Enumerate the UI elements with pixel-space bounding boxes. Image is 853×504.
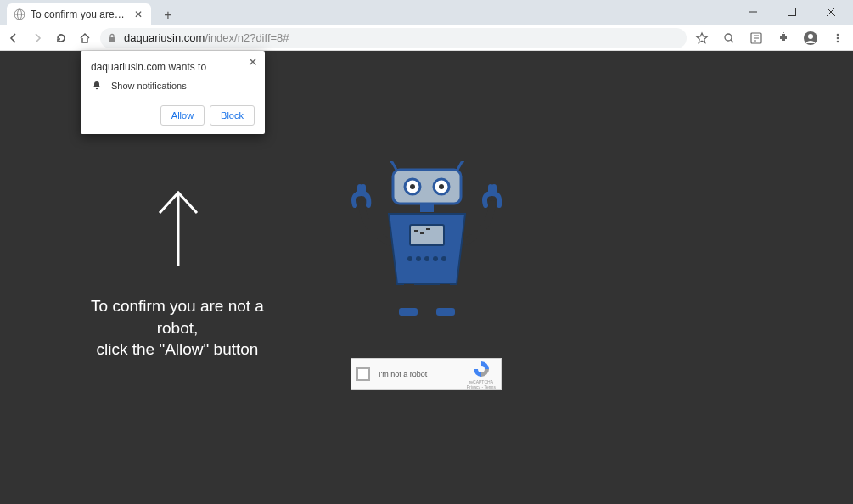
svg-rect-29 (420, 204, 434, 212)
svg-point-24 (439, 184, 444, 189)
home-button[interactable] (76, 30, 93, 47)
extensions-icon[interactable] (775, 30, 792, 47)
reader-mode-icon[interactable] (748, 30, 765, 47)
svg-rect-20 (393, 170, 461, 204)
notification-permission-popup: ✕ daquariusin.com wants to Show notifica… (81, 51, 265, 134)
back-button[interactable] (5, 30, 22, 47)
address-bar[interactable]: daquariusin.com/index/n2?diff=8# (100, 28, 687, 48)
svg-point-15 (808, 34, 813, 39)
popup-buttons: Allow Block (91, 105, 255, 126)
svg-point-38 (441, 256, 446, 261)
recaptcha-checkbox[interactable] (356, 367, 370, 381)
close-window-button[interactable] (819, 0, 843, 24)
svg-point-35 (416, 256, 421, 261)
browser-tab[interactable]: To confirm you are not a robot, c ✕ (7, 3, 151, 25)
allow-button[interactable]: Allow (160, 105, 205, 126)
lock-icon (105, 31, 119, 45)
svg-line-27 (457, 162, 462, 170)
svg-rect-7 (109, 37, 115, 42)
bookmark-star-icon[interactable] (693, 30, 710, 47)
svg-rect-42 (436, 308, 455, 316)
popup-close-button[interactable]: ✕ (248, 55, 258, 69)
forward-button[interactable] (29, 30, 46, 47)
profile-icon[interactable] (802, 30, 819, 47)
svg-rect-39 (404, 284, 414, 308)
recaptcha-widget[interactable]: I'm not a robot reCAPTCHA Privacy - Term… (351, 358, 502, 390)
tab-bar: To confirm you are not a robot, c ✕ + (0, 0, 853, 25)
block-button[interactable]: Block (210, 105, 255, 126)
svg-rect-40 (399, 308, 418, 316)
tab-close-button[interactable]: ✕ (132, 8, 144, 20)
svg-point-36 (424, 256, 429, 261)
up-arrow-icon (154, 189, 202, 267)
svg-point-16 (837, 33, 839, 36)
url-text: daquariusin.com/index/n2?diff=8# (124, 31, 289, 44)
svg-point-8 (725, 34, 732, 41)
menu-icon[interactable] (829, 30, 846, 47)
svg-point-18 (837, 40, 839, 42)
reload-button[interactable] (53, 30, 70, 47)
window-controls (741, 0, 853, 24)
instruction-text: To confirm you are not a robot, click th… (81, 295, 273, 361)
new-tab-button[interactable]: + (158, 5, 178, 25)
svg-rect-1 (788, 8, 796, 16)
maximize-button[interactable] (780, 0, 804, 24)
svg-point-17 (837, 36, 839, 39)
recaptcha-logo: reCAPTCHA Privacy - Terms (467, 360, 496, 389)
zoom-icon[interactable] (721, 30, 738, 47)
browser-toolbar: daquariusin.com/index/n2?diff=8# (0, 25, 853, 51)
popup-body: Show notifications (91, 80, 255, 92)
svg-point-34 (407, 256, 412, 261)
minimize-button[interactable] (741, 0, 765, 24)
robot-illustration (338, 161, 516, 322)
svg-line-25 (392, 162, 396, 170)
tab-title: To confirm you are not a robot, c (31, 8, 127, 20)
toolbar-right (693, 30, 848, 47)
svg-point-37 (433, 256, 438, 261)
recaptcha-label: I'm not a robot (379, 370, 458, 378)
popup-title: daquariusin.com wants to (91, 61, 255, 73)
svg-rect-30 (410, 225, 444, 245)
popup-text: Show notifications (111, 81, 187, 91)
globe-icon (14, 8, 25, 20)
page-content: ✕ daquariusin.com wants to Show notifica… (0, 51, 853, 504)
svg-point-22 (410, 184, 415, 189)
bell-icon (91, 80, 103, 92)
svg-line-9 (731, 40, 733, 42)
svg-rect-41 (440, 284, 450, 308)
